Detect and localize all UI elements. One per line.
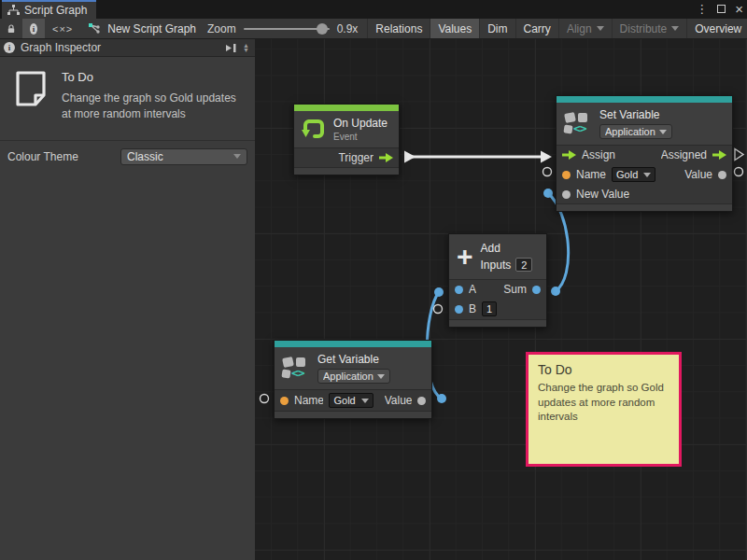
ext-port-setvar-assigned[interactable] xyxy=(735,149,743,161)
string-port-icon[interactable] xyxy=(562,171,571,179)
tab-label: Script Graph xyxy=(24,4,87,17)
zoom-value: 0.9x xyxy=(337,22,359,35)
toolbar-button-dim[interactable]: Dim xyxy=(480,19,515,38)
sticky-note-title: To Do xyxy=(538,362,669,377)
port-assign-label: Assign xyxy=(582,148,615,161)
on-update-loop-icon xyxy=(302,118,326,142)
window-menu-icon[interactable]: ⋮ xyxy=(696,0,708,19)
value-port-icon[interactable] xyxy=(562,190,571,199)
zoom-slider[interactable] xyxy=(244,28,330,30)
variable-icon: <> xyxy=(564,112,592,136)
dock-panel-icon[interactable] xyxy=(224,43,237,53)
colour-theme-row: Colour Theme Classic xyxy=(0,141,255,165)
port-value-label: Value xyxy=(385,394,412,407)
ext-port-getvar-name[interactable] xyxy=(261,395,269,403)
number-port-icon[interactable] xyxy=(532,286,541,294)
flow-out-arrow-icon[interactable] xyxy=(379,153,393,162)
port-name-label: Name xyxy=(576,168,606,181)
toolbar-button-overview[interactable]: Overview xyxy=(687,19,747,38)
code-icon: <×> xyxy=(52,23,73,35)
script-graph-window: Script Graph ⋮ × i <×> xyxy=(0,0,747,560)
node-title: Add xyxy=(481,242,533,255)
toolbar-button-values[interactable]: Values xyxy=(430,19,480,38)
port-trigger-label: Trigger xyxy=(338,151,374,164)
lock-button[interactable] xyxy=(0,19,22,38)
node-footer xyxy=(294,167,399,175)
variable-scope-dropdown[interactable]: Application xyxy=(317,369,390,384)
port-a-label: A xyxy=(469,283,476,296)
flow-out-arrow-icon[interactable] xyxy=(712,150,726,160)
inputs-count-field[interactable]: 2 xyxy=(515,258,532,272)
chevron-down-icon xyxy=(643,173,651,177)
variable-name-dropdown[interactable]: Gold xyxy=(329,393,373,408)
node-footer xyxy=(557,203,732,211)
colour-theme-label: Colour Theme xyxy=(7,150,120,163)
node-title: Set Variable xyxy=(599,108,672,121)
add-plus-icon: + xyxy=(457,246,473,267)
toolbar-button-relations[interactable]: Relations xyxy=(368,19,430,38)
toolbar-button-align[interactable]: Align xyxy=(559,19,613,38)
script-graph-asset-icon xyxy=(88,23,101,35)
chevron-down-icon xyxy=(671,26,679,31)
graph-inspector-title: Graph Inspector xyxy=(21,41,101,54)
graph-inspector-header: i Graph Inspector ▲▼ xyxy=(0,39,255,57)
node-subtitle: Event xyxy=(333,132,388,142)
graph-canvas[interactable]: On Update Event Trigger <> xyxy=(255,39,747,560)
variable-icon: <> xyxy=(282,357,310,381)
number-port-icon[interactable] xyxy=(455,305,463,314)
inspector-todo-block: To Do Change the graph so Gold updates a… xyxy=(0,57,255,133)
sticky-note-text: Change the graph so Gold updates at more… xyxy=(538,381,669,425)
sticky-note[interactable]: To Do Change the graph so Gold updates a… xyxy=(526,352,682,467)
port-assigned-label: Assigned xyxy=(661,148,707,161)
node-add[interactable]: + Add Inputs 2 A Sum xyxy=(448,233,547,328)
variable-name-dropdown[interactable]: Gold xyxy=(612,167,655,182)
ext-port-setvar-name[interactable] xyxy=(543,168,552,176)
string-port-icon[interactable] xyxy=(280,397,289,405)
value-port-icon[interactable] xyxy=(417,397,426,405)
port-value-label: Value xyxy=(684,168,712,181)
node-title: Get Variable xyxy=(317,353,390,366)
node-color-bar xyxy=(294,105,399,111)
toolbar-button-distribute[interactable]: Distribute xyxy=(613,19,688,38)
graph-inspector-panel: i Graph Inspector ▲▼ To Do Change the gr… xyxy=(0,39,255,560)
ext-port-setvar-value[interactable] xyxy=(735,168,743,176)
inspector-toggle-button[interactable]: i xyxy=(22,19,45,38)
zoom-label: Zoom xyxy=(207,22,236,35)
value-port-icon[interactable] xyxy=(718,171,726,179)
node-footer xyxy=(449,319,546,327)
flow-in-arrow-icon[interactable] xyxy=(562,150,576,160)
node-get-variable[interactable]: <> Get Variable Application Name Gold V xyxy=(274,340,432,419)
node-color-bar xyxy=(275,341,431,347)
tab-script-graph[interactable]: Script Graph xyxy=(2,0,96,19)
chevron-down-icon xyxy=(597,26,604,31)
panel-scroll-arrows[interactable]: ▲▼ xyxy=(243,43,251,52)
ext-port-add-sum[interactable] xyxy=(551,287,560,296)
number-port-icon[interactable] xyxy=(455,286,463,294)
ext-port-setvar-newvalue[interactable] xyxy=(543,189,553,198)
zoom-slider-handle[interactable] xyxy=(317,23,328,35)
window-close-icon[interactable]: × xyxy=(735,0,743,19)
code-view-button[interactable]: <×> xyxy=(45,19,80,38)
chevron-down-icon xyxy=(377,374,385,379)
ext-port-add-b[interactable] xyxy=(434,305,443,314)
colour-theme-select[interactable]: Classic xyxy=(120,148,247,165)
window-maximize-icon[interactable] xyxy=(717,0,726,19)
b-value-field[interactable]: 1 xyxy=(482,301,497,316)
ext-port-add-a[interactable] xyxy=(434,287,444,297)
new-script-graph-label: New Script Graph xyxy=(107,22,196,35)
new-script-graph-button[interactable]: New Script Graph xyxy=(80,19,204,38)
wire-trigger-to-assign[interactable] xyxy=(404,151,552,163)
chevron-down-icon xyxy=(659,130,667,134)
variable-scope-dropdown[interactable]: Application xyxy=(599,124,672,139)
toolbar-button-carry[interactable]: Carry xyxy=(516,19,559,38)
node-color-bar xyxy=(557,96,732,103)
tab-strip: Script Graph ⋮ × xyxy=(0,0,747,19)
node-footer xyxy=(275,411,431,418)
ext-port-getvar-value[interactable] xyxy=(437,394,446,403)
node-on-update[interactable]: On Update Event Trigger xyxy=(293,104,400,175)
port-b-label: B xyxy=(469,302,476,315)
node-set-variable[interactable]: <> Set Variable Application Assign Assig… xyxy=(556,95,733,212)
chevron-down-icon xyxy=(233,154,241,159)
port-name-label: Name xyxy=(294,394,323,407)
lock-icon xyxy=(7,23,15,35)
